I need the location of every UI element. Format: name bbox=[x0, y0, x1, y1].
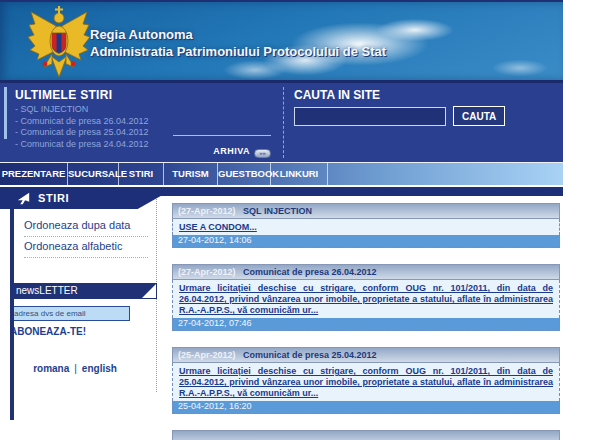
nav-item-prezentare[interactable]: PREZENTARE bbox=[0, 163, 68, 185]
sidebar-accent-bar bbox=[10, 208, 14, 420]
newsletter-box: newsLETTER ABONEAZA-TE! bbox=[10, 283, 157, 339]
search-title: CAUTA IN SITE bbox=[294, 88, 563, 102]
search-button[interactable]: CAUTA bbox=[453, 106, 505, 126]
content: Ordoneaza dupa data Ordoneaza alfabetic … bbox=[0, 196, 563, 440]
nav-item-turism[interactable]: TURISM bbox=[164, 163, 218, 185]
news-item: (25-Apr-2012) Comunicat de presa 25.04.2… bbox=[172, 347, 560, 414]
accent-line bbox=[4, 87, 7, 139]
news-item-timestamp: 27-04-2012, 07:46 bbox=[172, 318, 560, 331]
news-item: (27-Apr-2012) Comunicat de presa 26.04.2… bbox=[172, 264, 560, 331]
news-item-timestamp: 27-04-2012, 14:06 bbox=[172, 235, 560, 248]
nav-item-guestbook[interactable]: GUESTBOOK bbox=[218, 163, 271, 185]
latest-news-title: ULTIMELE STIRI bbox=[15, 88, 283, 102]
nav-item-stiri[interactable]: STIRI bbox=[119, 163, 164, 185]
site-title: Regia Autonoma Administratia Patrimoniul… bbox=[90, 26, 386, 60]
language-link-romana[interactable]: romana bbox=[33, 363, 69, 374]
section-header-stiri: STIRI bbox=[0, 187, 162, 209]
nav-item-sucursale[interactable]: SUCURSALE bbox=[68, 163, 119, 185]
news-item-header: (27-Apr-2012) SQL INJECTION bbox=[172, 203, 560, 219]
archive-link[interactable]: ARHIVA bbox=[213, 146, 250, 156]
news-item-body: Urmare licitaţiei deschise cu strigare, … bbox=[172, 280, 560, 318]
language-link-english[interactable]: english bbox=[82, 363, 117, 374]
news-item-excerpt-link[interactable]: Urmare licitaţiei deschise cu strigare, … bbox=[179, 366, 553, 399]
sidebar-link-order-alphabetic[interactable]: Ordoneaza alfabetic bbox=[24, 237, 148, 258]
site-title-line2: Administratia Patrimoniului Protocolului… bbox=[90, 43, 386, 60]
newsletter-email-input[interactable] bbox=[10, 306, 130, 321]
news-item-timestamp: 25-04-2012, 16:20 bbox=[172, 401, 560, 414]
romania-coat-of-arms-icon bbox=[25, 4, 93, 80]
news-item-excerpt-link[interactable]: USE A CONDOM... bbox=[179, 222, 553, 233]
site-header: Regia Autonoma Administratia Patrimoniul… bbox=[0, 0, 563, 80]
language-switcher: romana|english bbox=[0, 363, 150, 374]
sidebar: Ordoneaza dupa data Ordoneaza alfabetic … bbox=[0, 196, 165, 439]
news-item-header: (27-Apr-2012) Comunicat de presa 26.04.2… bbox=[172, 264, 560, 280]
latest-news-link[interactable]: - Comunicat de presa 26.04.2012 bbox=[15, 116, 283, 128]
section-title: STIRI bbox=[38, 192, 69, 204]
page: Regia Autonoma Administratia Patrimoniul… bbox=[0, 0, 563, 440]
news-item-body: Urmare licitaţiei deschise cu strigare, … bbox=[172, 363, 560, 401]
news-item-header: (25-Apr-2012) Comunicat de presa 25.04.2… bbox=[172, 347, 560, 363]
newsletter-corner-icon bbox=[142, 284, 156, 298]
news-item-date: (27-Apr-2012) bbox=[178, 206, 236, 216]
news-item-date: (25-Apr-2012) bbox=[178, 350, 236, 360]
sidebar-link-order-by-date[interactable]: Ordoneaza dupa data bbox=[24, 216, 148, 237]
site-title-line1: Regia Autonoma bbox=[90, 26, 386, 43]
archive-divider bbox=[173, 135, 271, 136]
news-item-body: USE A CONDOM... bbox=[172, 219, 560, 235]
news-list: (27-Apr-2012) SQL INJECTION USE A CONDOM… bbox=[165, 196, 563, 440]
latest-news-link[interactable]: - SQL INJECTION bbox=[15, 104, 283, 116]
search-row: CAUTA bbox=[294, 106, 563, 126]
news-item-title: SQL INJECTION bbox=[243, 206, 312, 216]
nav-item-linkuri[interactable]: LINKURI bbox=[271, 163, 328, 185]
sidebar-links: Ordoneaza dupa data Ordoneaza alfabetic bbox=[24, 216, 148, 258]
search-input[interactable] bbox=[294, 107, 446, 126]
latest-news-panel: ULTIMELE STIRI - SQL INJECTION - Comunic… bbox=[0, 83, 283, 162]
cursor-arrow-icon bbox=[17, 192, 30, 205]
middle-band: ULTIMELE STIRI - SQL INJECTION - Comunic… bbox=[0, 80, 563, 163]
search-panel: CAUTA IN SITE CAUTA bbox=[284, 83, 563, 162]
news-item-header bbox=[172, 430, 560, 440]
section-band: STIRI bbox=[0, 187, 563, 196]
news-item-date: (27-Apr-2012) bbox=[178, 267, 236, 277]
news-item-excerpt-link[interactable]: Urmare licitaţiei deschise cu strigare, … bbox=[179, 283, 553, 316]
news-item-partial bbox=[172, 430, 560, 440]
newsletter-header: newsLETTER bbox=[10, 283, 157, 299]
main-navigation: PREZENTARE SUCURSALE STIRI TURISM GUESTB… bbox=[0, 163, 563, 187]
archive-go-icon[interactable]: »» bbox=[254, 149, 271, 158]
language-separator: | bbox=[74, 363, 77, 374]
news-item-title: Comunicat de presa 26.04.2012 bbox=[243, 267, 377, 277]
archive-row: ARHIVA»» bbox=[173, 135, 271, 158]
news-item-title: Comunicat de presa 25.04.2012 bbox=[243, 350, 377, 360]
newsletter-subscribe-link[interactable]: ABONEAZA-TE! bbox=[10, 326, 86, 337]
news-item: (27-Apr-2012) SQL INJECTION USE A CONDOM… bbox=[172, 203, 560, 248]
newsletter-title: newsLETTER bbox=[16, 285, 78, 296]
